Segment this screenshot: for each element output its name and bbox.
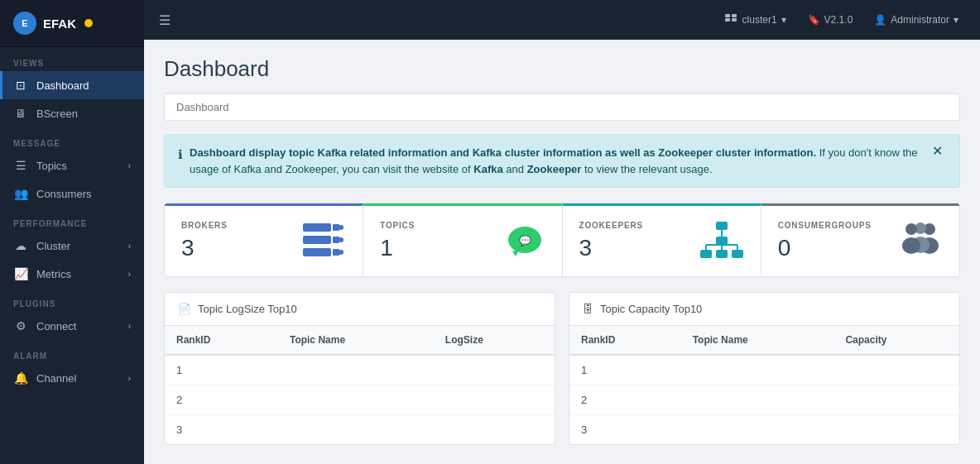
tables-row: 📄 Topic LogSize Top10 RankID Topic Name … [164,292,960,445]
section-performance: PERFORMANCE [0,208,144,232]
zookeepers-label: ZOOKEEPERS [579,221,643,230]
breadcrumb: Dashboard [164,93,960,121]
capacity-topic-2 [681,385,834,415]
app-name: EFAK [43,17,76,31]
stats-row: BROKERS 3 [164,203,960,277]
consumergroups-value: 0 [778,235,872,261]
capacity-value-1 [833,355,959,385]
user-label: Administrator [891,14,949,26]
consumergroups-icon [898,221,943,261]
consumergroups-label: CONSUMERGROUPS [778,221,872,230]
capacity-table-card: 🗄 Topic Capacity Top10 RankID Topic Name… [569,292,960,445]
svg-point-31 [906,223,917,235]
capacity-rank-3: 3 [569,415,681,445]
version-label: 🔖 V2.1.0 [801,11,860,29]
svg-rect-1 [732,14,737,17]
logsize-rank-2: 2 [165,385,278,415]
svg-text:💬: 💬 [518,234,531,246]
sidebar-item-consumers[interactable]: 👥 Consumers [0,179,144,208]
hamburger-button[interactable]: ☰ [159,12,171,28]
dashboard-icon: ⊡ [13,79,28,92]
sidebar-item-metrics[interactable]: 📈 Metrics › [0,260,144,288]
logo-area: E EFAK [0,0,144,47]
metrics-chevron: › [128,270,131,279]
channel-icon: 🔔 [13,371,28,385]
logsize-table-header: 📄 Topic LogSize Top10 [165,293,555,326]
table-row: 2 [165,385,555,415]
svg-marker-14 [512,250,519,256]
sidebar-item-topics[interactable]: ☰ Topics › [0,151,144,179]
capacity-topic-3 [681,415,834,445]
stat-card-topics: TOPICS 1 💬 [363,203,562,276]
brokers-value: 3 [181,235,228,261]
topics-stat-label: TOPICS [380,221,415,230]
logsize-value-3 [434,415,555,445]
sidebar-item-dashboard[interactable]: ⊡ Dashboard [0,71,144,99]
capacity-table-title: Topic Capacity Top10 [600,303,702,315]
svg-point-6 [339,225,343,230]
svg-point-32 [902,237,920,254]
topics-icon: 💬 [504,222,545,261]
cluster-chevron: › [128,242,131,251]
page-title: Dashboard [164,56,960,82]
channel-chevron: › [128,374,131,383]
stat-card-consumergroups: CONSUMERGROUPS 0 [761,203,959,276]
sidebar-label-consumers: Consumers [36,188,91,200]
zookeepers-icon [699,222,744,261]
svg-rect-2 [725,18,730,22]
logsize-col-logsize: LogSize [434,326,555,355]
logsize-table: RankID Topic Name LogSize 1 2 [165,326,555,444]
stat-card-brokers: BROKERS 3 [165,203,363,276]
consumers-icon: 👥 [13,187,28,200]
capacity-table-icon: 🗄 [583,303,593,315]
logsize-topic-2 [278,385,434,415]
svg-rect-5 [333,224,339,231]
table-row: 3 [165,415,555,445]
table-row: 3 [569,415,959,445]
logsize-col-rankid: RankID [165,326,278,355]
capacity-rank-1: 1 [569,355,681,385]
user-menu[interactable]: 👤 Administrator ▾ [867,11,965,29]
logsize-col-topicname: Topic Name [278,326,434,355]
alert-close-button[interactable]: ✕ [929,145,946,158]
capacity-col-rankid: RankID [569,326,681,355]
metrics-icon: 📈 [13,267,28,280]
sidebar-label-dashboard: Dashboard [36,79,89,92]
capacity-rank-2: 2 [569,385,681,415]
user-icon: 👤 [874,14,886,26]
svg-rect-11 [333,249,339,256]
sidebar-item-bscreen[interactable]: 🖥 BScreen [0,99,144,127]
logsize-topic-1 [278,355,434,385]
zookeeper-link[interactable]: Zookeeper [527,163,582,175]
svg-rect-25 [716,250,728,258]
sidebar-label-metrics: Metrics [36,268,71,280]
svg-rect-24 [700,250,712,258]
logsize-table-card: 📄 Topic LogSize Top10 RankID Topic Name … [164,292,555,445]
main-area: ☰ cluster1 ▾ 🔖 V2.1.0 👤 Administrator ▾ … [144,0,980,464]
capacity-col-capacity: Capacity [833,326,959,355]
cluster-label: cluster1 [742,14,777,26]
user-chevron: ▾ [954,14,958,26]
sidebar-item-connect[interactable]: ⚙ Connect › [0,312,144,340]
topics-chevron: › [128,161,131,170]
topbar: ☰ cluster1 ▾ 🔖 V2.1.0 👤 Administrator ▾ [144,0,980,40]
table-row: 2 [569,385,959,415]
sidebar-item-cluster[interactable]: ☁ Cluster › [0,232,144,260]
svg-rect-7 [303,236,331,244]
svg-rect-10 [303,248,331,256]
svg-point-12 [339,250,343,255]
alert-bold-text: Dashboard display topic Kafka related in… [190,146,816,159]
info-alert: ℹ Dashboard display topic Kafka related … [164,134,960,188]
logsize-table-icon: 📄 [178,303,191,315]
logsize-rank-1: 1 [165,355,278,385]
kafka-link[interactable]: Kafka [473,163,502,175]
svg-rect-8 [333,237,339,243]
capacity-topic-1 [681,355,834,385]
zookeepers-value: 3 [579,235,643,261]
cluster-topbar-icon [725,14,738,26]
logsize-rank-3: 3 [165,415,278,445]
sidebar-item-channel[interactable]: 🔔 Channel › [0,364,144,392]
cluster-selector[interactable]: cluster1 ▾ [718,11,793,29]
topics-icon: ☰ [13,159,28,172]
brokers-label: BROKERS [181,221,228,230]
